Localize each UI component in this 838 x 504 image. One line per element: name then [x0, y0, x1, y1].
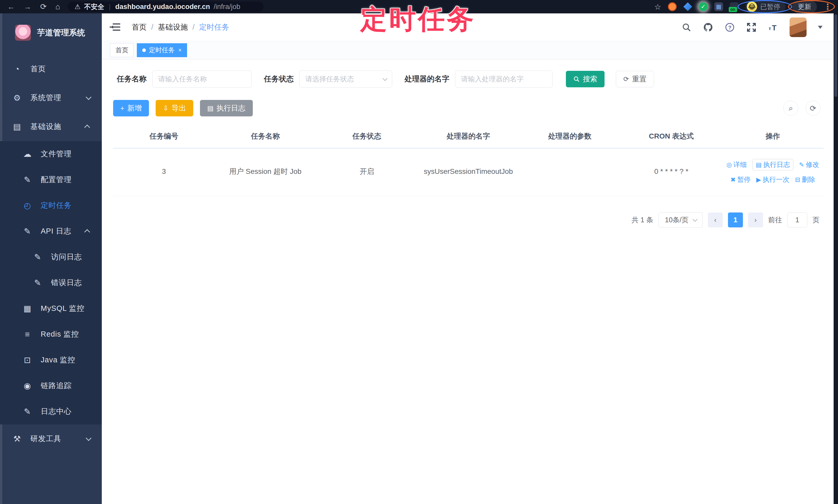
sidebar-item-12[interactable]: ◉ 链路追踪 [0, 373, 102, 399]
sidebar-item-8[interactable]: ✎ 错误日志 [0, 270, 102, 296]
handler-name-input[interactable]: 请输入处理器的名字 [455, 71, 553, 88]
top-navbar: 首页/基础设施/定时任务 ? тT [102, 13, 838, 41]
search-icon[interactable] [681, 22, 692, 33]
close-icon[interactable]: × [178, 47, 182, 54]
total-count: 共 1 条 [632, 215, 653, 224]
address-divider: | [109, 3, 111, 11]
gear-icon: ⚙ [11, 93, 23, 103]
url-path: /infra/job [214, 3, 240, 11]
breadcrumb-item-1[interactable]: 基础设施 [158, 22, 188, 33]
screen-icon: ⊡ [22, 355, 33, 365]
exec-log-button[interactable]: ▤执行日志 [200, 100, 253, 116]
browser-update-button[interactable]: 更新 [792, 1, 817, 13]
browser-home-icon[interactable]: ⌂ [55, 3, 60, 11]
goto-page-input[interactable]: 1 [787, 213, 807, 228]
plus-icon: + [120, 105, 124, 111]
table-body: 3 用户 Session 超时 Job 开启 sysUserSessionTim… [113, 148, 824, 196]
next-page-button[interactable]: › [748, 213, 763, 228]
extension-orange-icon[interactable] [668, 2, 677, 11]
reset-button[interactable]: ⟳ 重置 [616, 71, 654, 87]
browser-menu-icon[interactable]: ⋮ [824, 2, 832, 12]
task-status-select[interactable]: 请选择任务状态 [299, 71, 392, 88]
sidebar-item-6[interactable]: ✎ API 日志 [0, 218, 102, 244]
browser-back-icon[interactable]: ← [7, 3, 15, 11]
address-bar[interactable]: ⚠ 不安全 | dashboard.yudao.iocoder.cn /infr… [68, 2, 264, 12]
edit-icon: ✎ [799, 161, 804, 168]
page-scrollbar[interactable] [834, 13, 838, 504]
fullscreen-icon[interactable] [746, 22, 756, 33]
column-header: 任务名称 [215, 126, 316, 148]
export-button[interactable]: ⇩导出 [156, 100, 193, 116]
table-row: 3 用户 Session 超时 Job 开启 sysUserSessionTim… [113, 148, 824, 196]
app-logo-row[interactable]: 芋道管理系统 [0, 13, 102, 52]
profile-paused-chip[interactable]: 已暂停 [745, 1, 785, 13]
action-log-link[interactable]: ▤执行日志 [752, 159, 793, 170]
sidebar-item-11[interactable]: ⊡ Java 监控 [0, 347, 102, 373]
sidebar-item-14[interactable]: ⚒ 研发工具 [0, 425, 102, 453]
refresh-table-icon-button[interactable]: ⟳ [805, 101, 820, 115]
table-toolbar: +新增 ⇩导出 ▤执行日志 ⌕ ⟳ [113, 100, 824, 116]
browser-forward-icon[interactable]: → [24, 3, 32, 11]
search-button[interactable]: 搜索 [566, 71, 605, 87]
sidebar-item-10[interactable]: ≡ Redis 监控 [0, 321, 102, 347]
help-icon[interactable]: ? [724, 22, 735, 33]
bookmark-star-icon[interactable]: ☆ [654, 2, 661, 11]
extensions-puzzle-icon[interactable]: ▦ [714, 2, 723, 11]
app-logo [15, 25, 31, 41]
extension-blue-icon[interactable] [683, 2, 692, 11]
task-name-label: 任务名称 [117, 74, 146, 84]
chevron-up-icon [84, 229, 90, 235]
cell-name: 用户 Session 超时 Job [215, 148, 316, 196]
github-icon[interactable] [703, 22, 713, 33]
jobs-table: 任务编号任务名称任务状态处理器的名字处理器的参数CRON 表达式操作 3 用户 … [113, 126, 824, 196]
sidebar-item-0[interactable]: ◔ 首页 [0, 55, 102, 84]
sidebar-item-7[interactable]: ✎ 访问日志 [0, 244, 102, 270]
tag-1[interactable]: 定时任务 × [137, 43, 187, 57]
column-header: 处理器的名字 [418, 126, 519, 148]
action-pause-link[interactable]: ✖暂停 [731, 175, 751, 184]
sidebar-item-9[interactable]: ▦ MySQL 监控 [0, 296, 102, 321]
action-run-link[interactable]: ▶执行一次 [756, 175, 789, 184]
prev-page-button[interactable]: ‹ [708, 213, 723, 228]
add-button[interactable]: +新增 [113, 100, 149, 116]
edit-icon: ✎ [22, 175, 33, 185]
download-icon: ⇩ [163, 105, 169, 111]
column-header: CRON 表达式 [621, 126, 722, 148]
tag-0[interactable]: 首页 [110, 43, 134, 57]
sidebar-item-3[interactable]: ☁ 文件管理 [0, 141, 102, 167]
sidebar-item-1[interactable]: ⚙ 系统管理 [0, 84, 102, 112]
current-page-button[interactable]: 1 [728, 213, 743, 228]
browser-toolbar: ← → ⟳ ⌂ ⚠ 不安全 | dashboard.yudao.iocoder.… [0, 0, 838, 13]
browser-reload-icon[interactable]: ⟳ [40, 3, 47, 11]
pause-icon: ✖ [731, 176, 736, 183]
warning-icon: ⚠ [74, 3, 81, 11]
extension-green-check-icon[interactable]: ✓ [699, 2, 708, 11]
action-edit-link[interactable]: ✎修改 [799, 160, 819, 169]
eye-icon: ◎ [727, 161, 732, 168]
task-name-input[interactable]: 请输入任务名称 [152, 71, 251, 88]
layers-icon: ≡ [22, 330, 33, 339]
column-header: 任务编号 [113, 126, 215, 148]
action-delete-link[interactable]: ⊟删除 [795, 175, 815, 184]
sidebar-item-4[interactable]: ✎ 配置管理 [0, 167, 102, 193]
sidebar-item-13[interactable]: ✎ 日志中心 [0, 399, 102, 425]
user-avatar[interactable] [789, 18, 806, 37]
extension-on-badge-icon[interactable]: on [730, 2, 738, 11]
sidebar-fold-icon[interactable] [109, 23, 120, 32]
cell-status: 开启 [316, 148, 418, 196]
tools-icon: ⚒ [11, 434, 23, 444]
font-size-icon[interactable]: тT [768, 22, 778, 33]
log-icon: ✎ [22, 227, 33, 236]
user-caret-down-icon[interactable] [818, 26, 823, 31]
cell-actions: ◎详细 ▤执行日志 ✎修改 ✖暂停 ▶执行一次 ⊟删除 [722, 148, 824, 196]
goto-label: 前往 [768, 215, 782, 224]
breadcrumb-item-0[interactable]: 首页 [132, 22, 146, 33]
breadcrumb-separator: / [151, 23, 153, 32]
cell-cron: 0 * * * * ? * [621, 148, 722, 196]
svg-text:т: т [769, 25, 771, 31]
sidebar-item-2[interactable]: ▤ 基础设施 [0, 112, 102, 141]
toggle-search-icon-button[interactable]: ⌕ [783, 101, 798, 115]
page-size-select[interactable]: 10条/页 [658, 212, 703, 228]
sidebar-item-5[interactable]: ◴ 定时任务 [0, 193, 102, 218]
action-eye-link[interactable]: ◎详细 [727, 160, 747, 169]
